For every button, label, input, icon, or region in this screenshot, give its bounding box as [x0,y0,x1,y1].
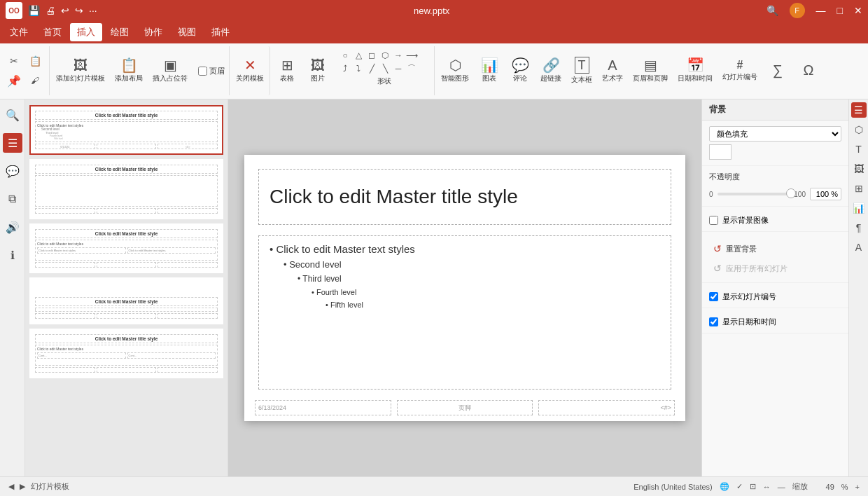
left-layers-icon[interactable]: ⧉ [3,189,22,209]
maximize-button[interactable]: □ [837,5,843,16]
menu-plugins[interactable]: 插件 [204,23,237,41]
fill-type-select[interactable]: 颜色填充 渐变填充 纹理填充 图片填充 无填充 [709,126,841,142]
slide-thumb-4[interactable]: Click to edit Master title style [29,277,223,324]
shape-hex[interactable]: ⬡ [379,49,391,62]
right-chart-icon[interactable]: 📊 [851,200,867,216]
add-layout-button[interactable]: 📋 添加布局 [111,46,146,95]
opacity-value-input[interactable]: 100 % [810,188,841,200]
shape-curve-up[interactable]: ⤴ [339,62,351,75]
menu-collaborate[interactable]: 协作 [137,23,169,41]
shape-curve-down[interactable]: ⤵ [352,62,365,75]
nav-next-icon[interactable]: ▶ [20,482,25,491]
hyperlink-button[interactable]: 🔗 超链接 [537,46,565,95]
shape-line-diag[interactable]: ╱ [365,62,378,75]
left-info-icon[interactable]: ℹ [3,245,22,265]
close-master-button[interactable]: ✕ 关闭模板 [232,46,270,95]
cut-button[interactable]: ✂ [4,52,24,70]
nav-prev-icon[interactable]: ◀ [8,482,14,491]
slide-item-5[interactable]: 5 Click to edit Master title style Click… [29,329,223,378]
shape-oval[interactable]: ○ [339,49,351,62]
textbox-button[interactable]: T 文本框 [568,46,596,95]
minimize-button[interactable]: — [816,5,826,16]
slide-number-button[interactable]: # 幻灯片编号 [719,46,761,95]
shape-arrow-long[interactable]: ⟶ [405,49,418,62]
header-checkbox[interactable] [198,67,207,76]
right-para-icon[interactable]: ¶ [851,220,867,235]
chart-button[interactable]: 📊 图表 [475,46,503,95]
zoom-in-icon[interactable]: + [855,483,860,491]
show-image-checkbox[interactable] [709,216,718,225]
smart-shape-button[interactable]: ⬡ 智能图形 [438,46,472,95]
header-footer-button[interactable]: ▤ 页眉和页脚 [629,46,671,95]
more-icon[interactable]: ··· [89,5,97,16]
opacity-slider[interactable] [718,193,790,195]
canvas-title-box[interactable]: Click to edit Master title style [258,169,671,225]
menu-draw[interactable]: 绘图 [104,23,136,41]
left-chat-icon[interactable]: 💬 [3,161,22,181]
shape-line[interactable]: ─ [392,62,405,75]
table-button[interactable]: ⊞ 表格 [273,46,301,95]
color-box[interactable] [709,144,732,160]
shape-arc[interactable]: ⌒ [405,62,418,75]
art-text-button[interactable]: A 艺术字 [598,46,626,95]
show-number-section: 显示幻灯片编号 [702,283,848,308]
copy-button[interactable]: 📋 [25,52,45,70]
zoom-value: 49 [815,483,834,491]
redo-icon[interactable]: ↪ [75,5,83,16]
left-search-icon[interactable]: 🔍 [3,105,22,125]
right-text-icon[interactable]: T [851,142,867,157]
comment-button[interactable]: 💬 评论 [506,46,534,95]
menu-file[interactable]: 文件 [3,23,35,41]
menu-home[interactable]: 首页 [36,23,69,41]
right-shape-icon[interactable]: ⬡ [851,122,867,137]
quick-print-icon[interactable]: 🖨 [46,5,55,16]
left-speaker-icon[interactable]: 🔊 [3,217,22,237]
shape-triangle[interactable]: △ [352,49,365,62]
app-logo: OO [6,2,22,19]
quick-save-icon[interactable]: 💾 [28,5,40,16]
shape-arrow-right[interactable]: → [392,49,405,62]
right-sign-icon[interactable]: A [851,240,867,255]
slide-thumb-2[interactable]: Click to edit Master title style [29,159,223,219]
slide-item-4[interactable]: 4 Click to edit Master title style [29,277,223,324]
format-paint-button[interactable]: 🖌 [25,71,45,90]
canvas-body-box[interactable]: • Click to edit Master text styles • Sec… [258,235,671,390]
paste-button[interactable]: 📌 [4,71,24,90]
menu-view[interactable]: 视图 [171,23,203,41]
slide-item-1[interactable]: 1 Click to edit Master title style Click… [29,105,223,155]
track-changes-icon[interactable]: ✓ [736,482,743,491]
menu-insert[interactable]: 插入 [70,23,102,41]
right-image-icon[interactable]: 🖼 [851,161,867,177]
close-button[interactable]: ✕ [854,5,862,16]
right-table-icon[interactable]: ⊞ [851,181,867,196]
slide-thumb-1[interactable]: Click to edit Master title style Click t… [29,105,223,155]
left-slides-icon[interactable]: ☰ [3,133,22,153]
show-number-checkbox[interactable] [709,292,718,301]
fit-page-icon[interactable]: ⊡ [750,482,756,491]
insert-placeholder-button[interactable]: ▣ 插入占位符 [149,46,191,95]
slide-thumb-3[interactable]: Click to edit Master title style Click t… [29,223,223,273]
slide-item-3[interactable]: 3 Click to edit Master title style Click… [29,223,223,273]
spell-check-icon[interactable]: 🌐 [720,482,729,491]
formula-button[interactable]: ∑ [764,46,792,95]
title-bar-left: OO 💾 🖨 ↩ ↪ ··· [6,2,97,19]
date-time-button[interactable]: 📅 日期和时间 [674,46,716,95]
search-icon[interactable]: 🔍 [766,5,778,16]
undo-icon[interactable]: ↩ [61,5,69,16]
show-date-checkbox[interactable] [709,317,718,326]
shape-line-diag2[interactable]: ╲ [379,62,391,75]
reset-background-button[interactable]: ↺ 重置背景 [709,240,841,257]
slide-thumb-5[interactable]: Click to edit Master title style Click t… [29,329,223,378]
image-button[interactable]: 🖼 图片 [304,46,332,95]
language-label[interactable]: English (United States) [634,483,713,491]
right-background-icon[interactable]: ☰ [851,102,867,118]
symbol-button[interactable]: Ω [794,46,822,95]
shape-rect[interactable]: ◻ [365,49,378,62]
show-number-label: 显示幻灯片编号 [722,291,776,302]
fit-width-icon[interactable]: ↔ [763,483,771,491]
reset-icon: ↺ [713,243,722,254]
zoom-out-icon[interactable]: — [778,483,785,491]
slide-item-2[interactable]: 2 Click to edit Master title style [29,159,223,219]
apply-all-button[interactable]: ↺ 应用于所有幻灯片 [709,260,841,277]
add-slide-template-button[interactable]: 🖼 添加幻灯片模板 [52,46,108,95]
